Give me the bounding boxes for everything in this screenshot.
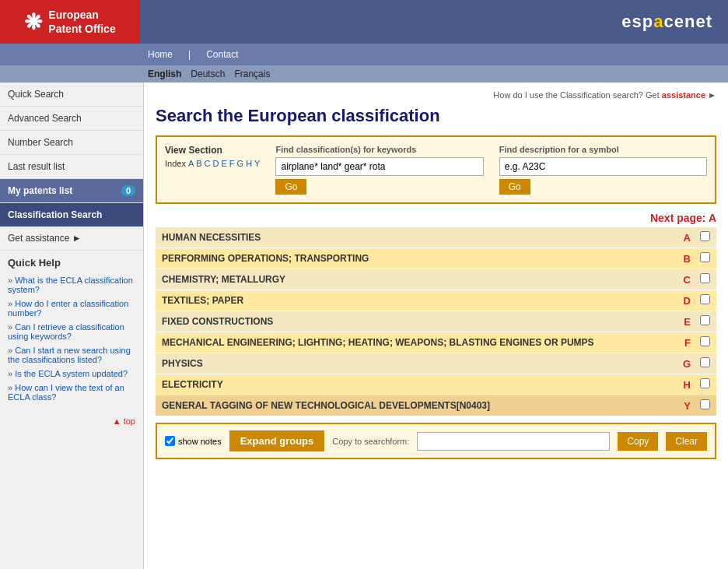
contact-link[interactable]: Contact: [206, 49, 238, 60]
quick-help-item-4[interactable]: Is the ECLA system updated?: [8, 367, 135, 381]
index-f[interactable]: F: [229, 159, 235, 168]
quick-help-item-3[interactable]: Can I start a new search using the class…: [8, 343, 135, 367]
class-checkbox-cell: [694, 248, 716, 269]
class-letter[interactable]: G: [674, 353, 694, 374]
class-checkbox-cell: [694, 269, 716, 290]
top-link[interactable]: ▲ top: [0, 410, 143, 432]
copy-label: Copy to searchform:: [332, 437, 409, 446]
home-link[interactable]: Home: [148, 49, 173, 60]
class-desc: TEXTILES; PAPER: [156, 290, 674, 311]
class-desc: PHYSICS: [156, 353, 674, 374]
show-notes-label: show notes: [178, 437, 222, 446]
table-row: ELECTRICITY H: [156, 374, 716, 395]
quick-help-item-5[interactable]: How can I view the text of an ECLA class…: [8, 381, 135, 404]
sidebar-item-my-patents[interactable]: My patents list 0: [0, 179, 143, 203]
class-checkbox[interactable]: [700, 357, 710, 367]
sidebar-item-classification-search[interactable]: Classification Search: [0, 203, 143, 227]
clear-button[interactable]: Clear: [666, 432, 707, 451]
brand: espacenet: [621, 12, 728, 32]
class-checkbox-cell: [694, 353, 716, 374]
keyword-go-button[interactable]: Go: [275, 179, 306, 195]
class-letter[interactable]: Y: [674, 395, 694, 416]
bottom-bar: show notes Expand groups Copy to searchf…: [156, 423, 716, 459]
index-h[interactable]: H: [246, 159, 252, 168]
show-notes: show notes: [165, 436, 222, 446]
quick-help-item-1[interactable]: How do I enter a classification number?: [8, 297, 135, 320]
class-desc: CHEMISTRY; METALLURGY: [156, 269, 674, 290]
keyword-search-input[interactable]: [275, 157, 483, 176]
class-checkbox[interactable]: [700, 231, 710, 241]
class-checkbox[interactable]: [700, 252, 710, 262]
class-checkbox[interactable]: [700, 294, 710, 304]
copy-search-input[interactable]: [417, 432, 610, 451]
class-desc: PERFORMING OPERATIONS; TRANSPORTING: [156, 248, 674, 269]
class-checkbox[interactable]: [700, 399, 710, 409]
quick-help-item-2[interactable]: Can I retrieve a classification using ke…: [8, 320, 135, 343]
index-g[interactable]: G: [237, 159, 244, 168]
class-desc: FIXED CONSTRUCTIONS: [156, 311, 674, 332]
nav-bar: Home | Contact: [0, 44, 728, 65]
sidebar-item-quick-search[interactable]: Quick Search: [0, 83, 143, 107]
class-checkbox[interactable]: [700, 336, 710, 346]
org-line1: European: [48, 8, 115, 22]
class-checkbox[interactable]: [700, 315, 710, 325]
page-title: Search the European classification: [156, 106, 716, 126]
lang-deutsch[interactable]: Deutsch: [191, 68, 225, 79]
sidebar-item-get-assistance[interactable]: Get assistance ►: [0, 227, 143, 251]
layout: Quick Search Advanced Search Number Sear…: [0, 83, 728, 569]
index-d[interactable]: D: [213, 159, 219, 168]
lang-francais[interactable]: Français: [234, 68, 270, 79]
sidebar-item-last-result[interactable]: Last result list: [0, 155, 143, 179]
next-page-letter[interactable]: A: [709, 212, 716, 224]
index-c[interactable]: C: [205, 159, 211, 168]
index-e[interactable]: E: [222, 159, 227, 168]
classification-table: HUMAN NECESSITIES A PERFORMING OPERATION…: [156, 227, 716, 416]
keyword-search-label: Find classification(s) for keywords: [275, 145, 483, 154]
class-desc: MECHANICAL ENGINEERING; LIGHTING; HEATIN…: [156, 332, 674, 353]
assistance-link[interactable]: assistance: [662, 90, 705, 100]
copy-button[interactable]: Copy: [618, 432, 658, 451]
class-letter[interactable]: D: [674, 290, 694, 311]
view-section-label: View Section: [165, 145, 260, 156]
expand-groups-button[interactable]: Expand groups: [229, 430, 325, 451]
org-title: European Patent Office: [48, 8, 115, 36]
table-row: PERFORMING OPERATIONS; TRANSPORTING B: [156, 248, 716, 269]
class-checkbox-cell: [694, 395, 716, 416]
class-letter[interactable]: C: [674, 269, 694, 290]
help-link-bar: How do I use the Classification search? …: [156, 90, 716, 100]
class-checkbox-cell: [694, 332, 716, 353]
nav-divider: |: [188, 49, 191, 60]
class-desc: HUMAN NECESSITIES: [156, 227, 674, 248]
next-page: Next page: A: [156, 212, 716, 224]
symbol-search-input[interactable]: [499, 157, 707, 176]
lang-english[interactable]: English: [148, 68, 181, 79]
table-row: GENERAL TAGGING OF NEW TECHNOLOGICAL DEV…: [156, 395, 716, 416]
table-row: PHYSICS G: [156, 353, 716, 374]
quick-help-item-0[interactable]: What is the ECLA classification system?: [8, 273, 135, 297]
class-letter[interactable]: B: [674, 248, 694, 269]
sidebar-item-advanced-search[interactable]: Advanced Search: [0, 107, 143, 131]
class-letter[interactable]: A: [674, 227, 694, 248]
org-line2: Patent Office: [48, 22, 115, 36]
class-checkbox[interactable]: [700, 273, 710, 283]
class-checkbox[interactable]: [700, 378, 710, 388]
main-content: How do I use the Classification search? …: [144, 83, 728, 569]
logo-area: ❋ European Patent Office: [0, 0, 140, 44]
table-row: MECHANICAL ENGINEERING; LIGHTING; HEATIN…: [156, 332, 716, 353]
index-y[interactable]: Y: [254, 159, 260, 168]
class-checkbox-cell: [694, 311, 716, 332]
index-a[interactable]: A: [188, 159, 194, 168]
sidebar-item-number-search[interactable]: Number Search: [0, 131, 143, 155]
symbol-go-button[interactable]: Go: [499, 179, 530, 195]
table-row: TEXTILES; PAPER D: [156, 290, 716, 311]
brand-text: espacenet: [621, 12, 712, 31]
class-letter[interactable]: E: [674, 311, 694, 332]
class-checkbox-cell: [694, 227, 716, 248]
class-letter[interactable]: F: [674, 332, 694, 353]
show-notes-checkbox[interactable]: [165, 436, 175, 446]
class-desc: ELECTRICITY: [156, 374, 674, 395]
index-b[interactable]: B: [196, 159, 201, 168]
class-checkbox-cell: [694, 290, 716, 311]
class-letter[interactable]: H: [674, 374, 694, 395]
class-checkbox-cell: [694, 374, 716, 395]
